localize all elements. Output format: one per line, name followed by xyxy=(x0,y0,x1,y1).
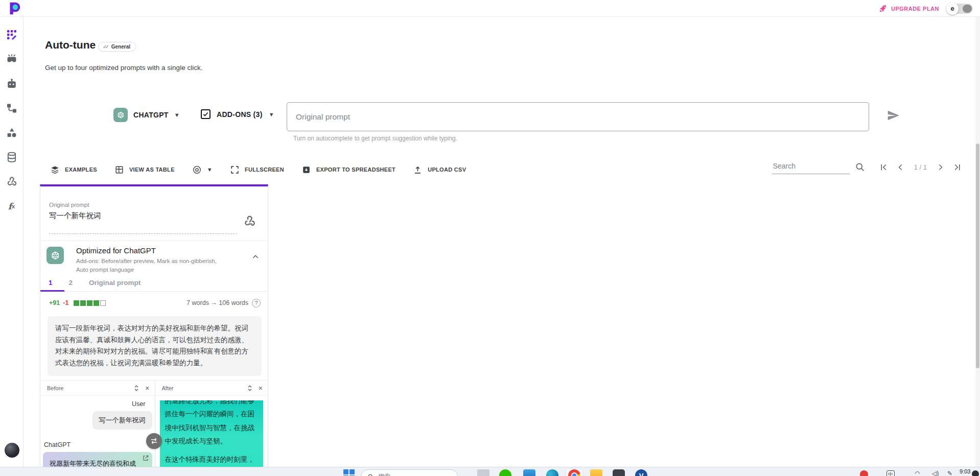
swap-panels-button[interactable] xyxy=(146,433,162,449)
after-panel: After × 的道路绽放光彩，愿我们能够抓住每一个闪耀的瞬间，在困境中找到机智… xyxy=(155,380,268,475)
page-indicator: 1 / 1 xyxy=(911,163,930,171)
upload-csv-label: UPLOAD CSV xyxy=(428,166,466,173)
briefcase-app-icon[interactable] xyxy=(523,469,535,476)
diff-squares xyxy=(74,300,106,306)
profile-badge[interactable]: e xyxy=(946,3,959,15)
database-icon[interactable] xyxy=(5,151,18,164)
taskbar-search-label: 搜索 xyxy=(378,472,390,476)
arena-icon[interactable] xyxy=(5,53,18,66)
v-app-icon[interactable]: V xyxy=(635,469,647,476)
page-title: Auto-tune xyxy=(45,39,96,51)
addons-checkbox[interactable] xyxy=(201,109,211,119)
tab-original-prompt[interactable]: Original prompt xyxy=(81,279,149,287)
addons-dropdown[interactable]: ADD-ONS (3) ▼ xyxy=(201,109,274,119)
before-panel-title: Before xyxy=(47,385,63,391)
windows-start-icon[interactable] xyxy=(343,469,355,476)
upload-icon xyxy=(413,165,423,175)
first-page-button[interactable] xyxy=(877,160,891,174)
open-external-icon[interactable] xyxy=(142,455,149,462)
upload-csv-button[interactable]: UPLOAD CSV xyxy=(413,165,466,175)
general-badge[interactable]: ✓✓ General xyxy=(98,42,136,52)
swap-arrows-icon xyxy=(150,437,158,445)
diff-square xyxy=(100,300,106,306)
account-toggle[interactable]: e xyxy=(946,3,973,15)
before-after-preview: Before × User 写一个新年祝词 ChatGPT 祝愿新年带来无尽的喜… xyxy=(40,380,268,475)
fullscreen-button[interactable]: FULLSCREEN xyxy=(230,165,284,175)
chatgpt-logo-icon xyxy=(113,108,128,122)
last-page-button[interactable] xyxy=(950,160,964,174)
eye-icon xyxy=(192,165,202,175)
auto-tune-icon[interactable] xyxy=(5,28,18,41)
diff-removed: -1 xyxy=(63,299,68,306)
app-gray-icon[interactable] xyxy=(477,469,489,476)
optimized-addons-subtitle: Add-ons: Before/after preview, Mark as n… xyxy=(76,257,229,274)
search-icon[interactable] xyxy=(855,162,865,172)
export-spreadsheet-label: EXPORT TO SPREADSHEET xyxy=(316,166,395,173)
promptperfect-logo-icon[interactable] xyxy=(8,2,21,15)
upgrade-plan-button[interactable]: UPGRADE PLAN xyxy=(879,5,939,13)
resize-vertical-icon[interactable] xyxy=(246,385,253,392)
folder-icon[interactable] xyxy=(590,469,602,476)
functions-icon[interactable]: fx xyxy=(5,200,18,213)
prompt-input[interactable] xyxy=(287,102,869,131)
examples-label: EXAMPLES xyxy=(65,166,97,173)
plugins-icon[interactable] xyxy=(5,126,18,139)
visibility-dropdown[interactable]: ▼ xyxy=(192,165,213,175)
ime-icon[interactable]: 中 xyxy=(886,470,895,476)
view-as-table-button[interactable]: VIEW AS TABLE xyxy=(114,165,175,175)
search-input[interactable] xyxy=(772,160,850,174)
vertical-scrollbar[interactable] xyxy=(975,17,980,476)
fullscreen-label: FULLSCREEN xyxy=(245,166,284,173)
rocket-icon xyxy=(879,5,887,13)
user-role-label: User xyxy=(40,400,155,408)
tab-variant-2[interactable]: 2 xyxy=(61,279,81,287)
addons-label: ADD-ONS (3) xyxy=(217,110,263,118)
after-highlighted-text[interactable]: 的道路绽放光彩，愿我们能够抓住每一个闪耀的瞬间，在困境中找到机智与智慧，在挑战中… xyxy=(160,400,264,476)
prev-page-button[interactable] xyxy=(894,160,907,174)
tray-red-icon[interactable] xyxy=(860,470,868,476)
chevron-up-icon[interactable] xyxy=(251,253,260,261)
diff-square xyxy=(94,300,99,306)
table-icon xyxy=(114,165,124,175)
assistant-icon[interactable] xyxy=(5,77,18,90)
optimized-title: Optimized for ChatGPT xyxy=(76,246,156,255)
flow-icon[interactable] xyxy=(5,102,18,115)
webhook-icon[interactable] xyxy=(5,175,18,188)
volume-tray-icon[interactable]: ◁) xyxy=(932,470,939,476)
notification-bell-icon[interactable] xyxy=(972,470,979,476)
user-avatar[interactable] xyxy=(5,443,19,458)
assistant-role-label: ChatGPT xyxy=(44,441,155,448)
next-page-button[interactable] xyxy=(934,160,947,174)
examples-button[interactable]: EXAMPLES xyxy=(50,165,97,175)
fullscreen-icon xyxy=(230,165,240,175)
export-icon xyxy=(301,165,311,175)
chevron-down-icon: ▼ xyxy=(174,112,180,118)
upgrade-plan-label: UPGRADE PLAN xyxy=(891,6,939,12)
wechat-icon[interactable] xyxy=(499,469,511,476)
tab-variant-1[interactable]: 1 xyxy=(40,279,61,287)
layers-icon xyxy=(50,165,60,175)
close-icon[interactable]: × xyxy=(145,385,149,392)
export-spreadsheet-button[interactable]: EXPORT TO SPREADSHEET xyxy=(301,165,395,175)
chevron-down-icon: ▼ xyxy=(269,111,274,117)
clock: 9:03 xyxy=(960,468,970,474)
search-icon xyxy=(367,473,374,476)
webhook-icon[interactable] xyxy=(243,215,256,228)
pen-tray-icon[interactable]: ✎ xyxy=(947,470,952,476)
model-select-dropdown[interactable]: CHATGPT ▼ xyxy=(113,108,180,122)
close-icon[interactable]: × xyxy=(259,385,263,392)
diff-square xyxy=(74,300,79,306)
help-icon[interactable]: ? xyxy=(252,299,261,307)
taskbar-search[interactable]: 搜索 xyxy=(361,469,458,476)
optimized-prompt-text[interactable]: 请写一段新年祝词，表达对对方的美好祝福和新年的希望。祝词应该有温馨、真诚和鼓舞人… xyxy=(48,316,262,376)
diff-stats-row: +91 -1 7 words → 106 words ? xyxy=(49,297,261,309)
scrollbar-thumb[interactable] xyxy=(976,144,979,368)
divider xyxy=(40,241,268,241)
original-prompt-value[interactable]: 写一个新年祝词 xyxy=(49,211,101,221)
send-button[interactable] xyxy=(886,109,900,122)
edge-icon[interactable] xyxy=(546,469,558,476)
resize-vertical-icon[interactable] xyxy=(133,385,140,392)
view-as-table-label: VIEW AS TABLE xyxy=(129,166,175,173)
dark-app-icon[interactable] xyxy=(613,469,625,476)
globe-tray-icon[interactable]: ◠ xyxy=(915,470,920,476)
